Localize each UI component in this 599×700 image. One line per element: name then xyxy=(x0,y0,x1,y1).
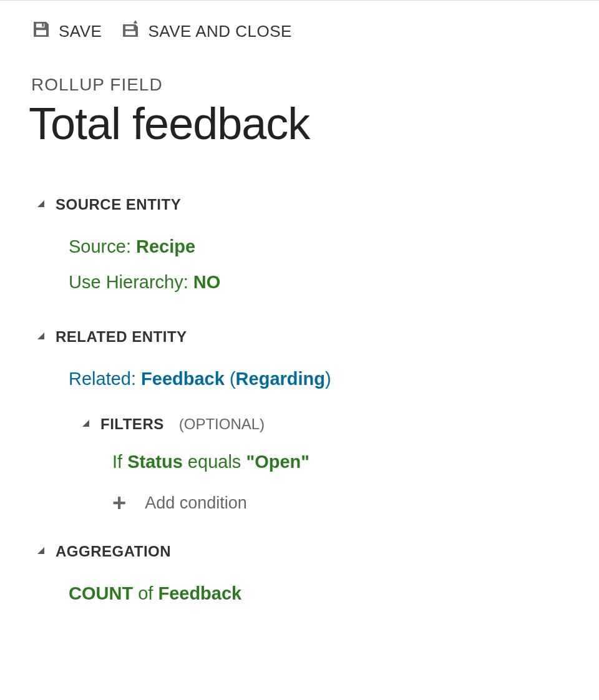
caret-icon xyxy=(37,200,44,207)
save-close-icon xyxy=(120,19,140,44)
hierarchy-label: Use Hierarchy: xyxy=(69,272,193,292)
caret-icon xyxy=(37,333,44,339)
filters-subsection: FILTERS (OPTIONAL) If Status equals "Ope… xyxy=(69,416,599,515)
hierarchy-row[interactable]: Use Hierarchy: NO xyxy=(69,265,599,300)
source-value: Recipe xyxy=(136,236,195,256)
related-label: Related: xyxy=(69,369,141,389)
cond-value: "Open" xyxy=(246,452,309,472)
hierarchy-value: NO xyxy=(193,272,221,292)
save-icon xyxy=(31,19,51,44)
cond-op: equals xyxy=(183,452,246,472)
agg-of: of xyxy=(133,583,158,603)
source-label: Source: xyxy=(69,236,136,256)
caret-icon xyxy=(37,547,44,554)
cond-if: If xyxy=(112,452,127,472)
plus-icon: + xyxy=(112,491,126,515)
section-header-aggregation[interactable]: AGGREGATION xyxy=(0,543,599,560)
filter-condition[interactable]: If Status equals "Open" xyxy=(112,447,599,477)
section-related-entity: RELATED ENTITY Related: Feedback (Regard… xyxy=(0,328,599,515)
related-row[interactable]: Related: Feedback (Regarding) xyxy=(69,361,599,397)
save-button[interactable]: SAVE xyxy=(31,19,102,44)
toolbar: SAVE SAVE AND CLOSE xyxy=(0,1,599,50)
section-header-related[interactable]: RELATED ENTITY xyxy=(0,328,599,346)
filters-header[interactable]: FILTERS (OPTIONAL) xyxy=(75,416,599,433)
paren-close: ) xyxy=(325,369,331,389)
filters-optional: (OPTIONAL) xyxy=(179,416,265,433)
save-close-label: SAVE AND CLOSE xyxy=(148,22,292,41)
save-close-button[interactable]: SAVE AND CLOSE xyxy=(120,19,292,44)
section-header-source[interactable]: SOURCE ENTITY xyxy=(0,196,599,213)
page-title: Total feedback xyxy=(0,95,599,168)
source-row[interactable]: Source: Recipe xyxy=(69,229,599,265)
related-value-2: Regarding xyxy=(236,369,325,389)
section-label: RELATED ENTITY xyxy=(56,328,187,346)
filters-label: FILTERS xyxy=(100,416,164,433)
agg-op: COUNT xyxy=(69,583,133,603)
paren-open: ( xyxy=(230,369,236,389)
page-subtitle: ROLLUP FIELD xyxy=(0,50,599,95)
section-label: AGGREGATION xyxy=(56,543,171,560)
cond-field: Status xyxy=(127,452,183,472)
section-label: SOURCE ENTITY xyxy=(56,196,181,213)
add-condition-button[interactable]: + Add condition xyxy=(112,477,599,515)
add-condition-label: Add condition xyxy=(145,493,247,513)
section-aggregation: AGGREGATION COUNT of Feedback xyxy=(0,543,599,611)
caret-icon xyxy=(82,420,89,427)
save-label: SAVE xyxy=(59,22,102,41)
agg-entity: Feedback xyxy=(158,583,241,603)
related-value: Feedback xyxy=(141,369,230,389)
aggregation-row[interactable]: COUNT of Feedback xyxy=(69,576,599,611)
section-source-entity: SOURCE ENTITY Source: Recipe Use Hierarc… xyxy=(0,196,599,300)
